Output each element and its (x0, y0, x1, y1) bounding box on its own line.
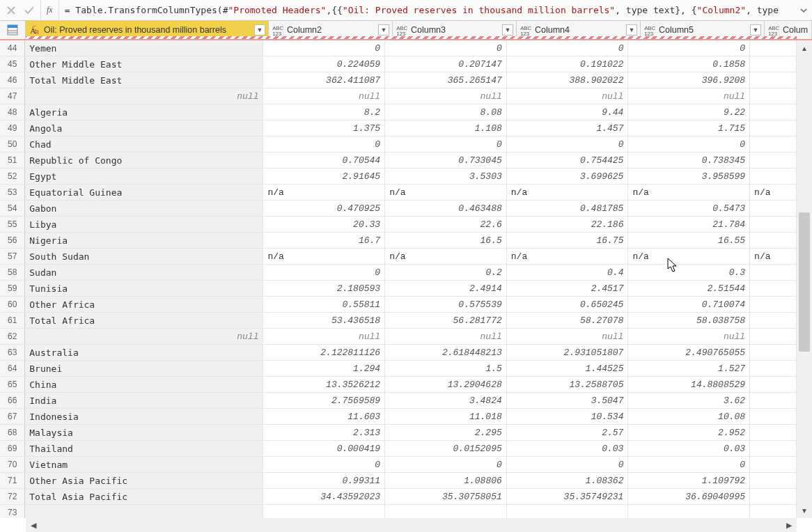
cell-value[interactable]: n/a (628, 249, 750, 264)
formula-input[interactable]: = Table.TransformColumnTypes(#"Promoted … (59, 5, 795, 15)
cell-value[interactable] (750, 120, 797, 136)
data-grid[interactable]: 44Yemen000045Other Middle East0.2240590.… (0, 40, 797, 518)
row-number[interactable]: 65 (0, 377, 25, 392)
cell-value[interactable]: 0.191022 (507, 56, 629, 72)
cell-value[interactable]: 3.699625 (507, 169, 629, 184)
cell-value[interactable]: 3.958599 (628, 169, 750, 184)
cell-value[interactable]: 0.55811 (263, 297, 385, 312)
cell-value[interactable]: 8.2 (263, 104, 385, 120)
scroll-down-icon[interactable]: ▼ (797, 503, 812, 518)
cell-value[interactable] (750, 281, 797, 296)
cell-value[interactable]: n/a (628, 185, 750, 200)
any-type-icon[interactable]: ABC123 (396, 24, 408, 36)
cell-value[interactable]: 34.43592023 (263, 489, 385, 504)
table-row[interactable]: 50Chad0000 (0, 136, 797, 152)
cell-value[interactable]: 396.9208 (628, 72, 750, 88)
text-type-icon[interactable]: ABC (29, 24, 41, 36)
cell-value[interactable] (750, 457, 797, 472)
cell-value[interactable]: 0.207147 (385, 56, 507, 72)
table-row[interactable]: 55Libya20.3322.622.18621.784 (0, 217, 797, 233)
cell-value[interactable]: 2.618448213 (385, 345, 507, 360)
cell-value[interactable]: 20.33 (263, 217, 385, 232)
row-number[interactable]: 67 (0, 409, 25, 424)
cell-name[interactable]: China (25, 377, 263, 392)
row-number[interactable]: 62 (0, 329, 25, 344)
cell-name[interactable]: Gabon (25, 201, 263, 216)
table-row[interactable]: 65China13.352621213.290462813.258870514.… (0, 377, 797, 393)
cell-value[interactable]: 0 (507, 40, 629, 56)
cell-value[interactable]: 0.0152095 (385, 441, 507, 456)
cell-value[interactable] (750, 489, 797, 504)
cell-value[interactable] (750, 473, 797, 488)
row-number[interactable]: 49 (0, 120, 25, 136)
cell-name[interactable]: Total Africa (25, 313, 263, 328)
table-row[interactable]: 68Malaysia2.3132.2952.572.952 (0, 425, 797, 441)
table-row[interactable]: 53Equatorial Guinean/an/an/an/an/a (0, 185, 797, 201)
row-number[interactable]: 56 (0, 233, 25, 248)
cell-value[interactable] (750, 233, 797, 248)
cell-name[interactable]: Nigeria (25, 233, 263, 248)
table-row[interactable]: 66India2.75695893.48243.50473.62 (0, 393, 797, 409)
cell-value[interactable] (750, 201, 797, 216)
table-row[interactable]: 47nullnullnullnullnull (0, 88, 797, 104)
cell-name[interactable]: null (25, 329, 263, 344)
cell-value[interactable]: 0 (628, 457, 750, 472)
cell-value[interactable]: 0 (385, 136, 507, 152)
table-row[interactable]: 62nullnullnullnullnull (0, 329, 797, 345)
cell-name[interactable] (25, 505, 263, 518)
cell-value[interactable]: 13.2904628 (385, 377, 507, 392)
cell-value[interactable]: 36.69040995 (628, 489, 750, 504)
cell-value[interactable]: 1.108 (385, 120, 507, 136)
cell-name[interactable]: Egypt (25, 169, 263, 184)
cell-value[interactable]: 58.038758 (628, 313, 750, 328)
cell-value[interactable]: n/a (750, 249, 797, 264)
vertical-scrollbar[interactable]: ▲ ▼ (797, 40, 812, 518)
cell-value[interactable]: n/a (263, 249, 385, 264)
cell-value[interactable]: 53.436518 (263, 313, 385, 328)
cell-value[interactable]: 3.5047 (507, 393, 629, 408)
cell-value[interactable]: 0.733045 (385, 152, 507, 168)
cell-name[interactable]: Algeria (25, 104, 263, 120)
row-number[interactable]: 51 (0, 152, 25, 168)
expand-formula-icon[interactable] (795, 6, 812, 15)
cell-value[interactable]: null (385, 88, 507, 104)
cell-value[interactable]: 0.224059 (263, 56, 385, 72)
table-row[interactable]: 58Sudan00.20.40.3 (0, 265, 797, 281)
cell-value[interactable]: 0.4 (507, 265, 629, 280)
cell-value[interactable]: 0.5473 (628, 201, 750, 216)
cell-value[interactable]: 0.99311 (263, 473, 385, 488)
cell-name[interactable]: Chad (25, 136, 263, 152)
table-row[interactable]: 48Algeria8.28.089.449.22 (0, 104, 797, 120)
cell-name[interactable]: null (25, 88, 263, 104)
cell-name[interactable]: Tunisia (25, 281, 263, 296)
cell-name[interactable]: Thailand (25, 441, 263, 456)
cell-value[interactable] (750, 40, 797, 56)
cell-value[interactable] (750, 505, 797, 518)
cell-value[interactable]: 10.534 (507, 409, 629, 424)
cell-value[interactable] (750, 265, 797, 280)
row-number[interactable]: 46 (0, 72, 25, 88)
scroll-right-icon[interactable]: ▶ (781, 518, 797, 532)
cell-value[interactable]: 0 (263, 265, 385, 280)
row-number[interactable]: 54 (0, 201, 25, 216)
cell-value[interactable]: 3.5303 (385, 169, 507, 184)
cell-value[interactable]: 11.603 (263, 409, 385, 424)
cell-value[interactable]: 0 (507, 136, 629, 152)
filter-dropdown-icon[interactable]: ▼ (254, 24, 265, 36)
column-header-c6[interactable]: ABC123Colum (765, 21, 812, 39)
cell-name[interactable]: Republic of Congo (25, 152, 263, 168)
row-number[interactable]: 72 (0, 489, 25, 504)
table-row[interactable]: 59Tunisia2.1805932.49142.45172.51544 (0, 281, 797, 297)
cell-value[interactable] (750, 425, 797, 440)
cell-name[interactable]: Libya (25, 217, 263, 232)
column-header-c5[interactable]: ABC123Column5▼ (641, 21, 765, 39)
cell-name[interactable]: Other Middle East (25, 56, 263, 72)
cell-value[interactable]: 10.08 (628, 409, 750, 424)
cell-value[interactable] (385, 505, 507, 518)
row-number[interactable]: 63 (0, 345, 25, 360)
cell-value[interactable]: 0.03 (507, 441, 629, 456)
cell-value[interactable]: 0 (507, 457, 629, 472)
table-row[interactable]: 44Yemen0000 (0, 40, 797, 56)
cell-name[interactable]: Brunei (25, 361, 263, 376)
cell-value[interactable] (750, 441, 797, 456)
